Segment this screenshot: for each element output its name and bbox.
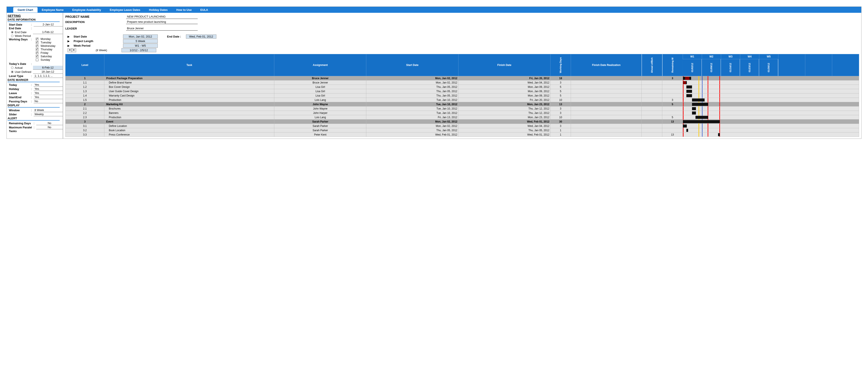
actual-date: 6-Feb-12: [33, 66, 63, 70]
table-row[interactable]: 3EventSarah ParkerMon, Jan 02, 2012Wed, …: [65, 120, 859, 124]
todays-date-label: Today's Date: [8, 62, 31, 65]
triangle-icon: ▶: [67, 35, 70, 38]
marker-label: Holiday: [8, 87, 31, 91]
marker-select[interactable]: Yes: [34, 83, 63, 87]
triangle-icon: ▶: [67, 44, 70, 47]
col-w2: W2: [702, 54, 721, 59]
marker-label: Start/End: [8, 96, 31, 99]
next-button[interactable]: ►: [72, 49, 76, 52]
col-date-2: 01/09/12: [702, 59, 721, 76]
tab-employee-leave-dates[interactable]: Employee Leave Dates: [105, 7, 145, 12]
leader-input[interactable]: Bruce Jenner: [126, 26, 198, 31]
table-row[interactable]: 1.1Define Brand NameBruce JennerMon, Jan…: [65, 81, 859, 85]
day-label: Monday: [40, 37, 51, 40]
day-label: Saturday: [40, 55, 52, 58]
weeks-note: (8 Week): [96, 49, 107, 52]
checkbox-wednesday[interactable]: [36, 45, 38, 47]
tab-employee-availability[interactable]: Employee Availability: [68, 7, 105, 12]
working-days-label: Working Days: [8, 38, 31, 41]
tab-gantt-chart[interactable]: Gantt Chart: [13, 7, 37, 12]
table-row[interactable]: 1.4Warranty Card DesignLisa GirlThu, Jan…: [65, 93, 859, 98]
col-date-1: 01/02/12: [683, 59, 702, 76]
table-row[interactable]: 2.1BrochuresJohn WayneTue, Jan 10, 2012T…: [65, 106, 859, 111]
end-date-radio[interactable]: [11, 31, 13, 33]
description-label: DESCRIPTION: [65, 21, 126, 24]
checkbox-saturday[interactable]: [36, 55, 38, 58]
day-label: Wednesday: [40, 44, 55, 47]
user-defined-radio[interactable]: [11, 71, 13, 73]
app-window: Gantt ChartEmployee NameEmployee Availab…: [6, 6, 862, 139]
col-working-days: Working Days: [550, 54, 571, 76]
section-setting: SETTING: [8, 14, 63, 18]
max-parallel-select[interactable]: No: [36, 125, 63, 129]
table-row[interactable]: 1.5ProductionLois LangTue, Jan 10, 2012F…: [65, 98, 859, 102]
settings-sidebar: SETTING DATE INFORMATION Start Date : 2-…: [7, 13, 63, 138]
max-parallel-label: Maximum Paralel: [8, 126, 34, 129]
prev-button[interactable]: ◄: [67, 49, 72, 52]
checkbox-friday[interactable]: [36, 52, 38, 54]
week-period-radio[interactable]: [11, 35, 13, 37]
col-realization: Finish Date Realization: [571, 54, 642, 76]
remaining-days-select[interactable]: No: [36, 121, 63, 125]
col-finish: Finish Date: [458, 54, 550, 76]
col-assignment: Assignment: [274, 54, 366, 76]
start-date-label: Start Date: [8, 23, 31, 26]
end-date-label: End Date :: [162, 35, 186, 38]
level-type-select[interactable]: 1; 1.1; 1.1.1; ..: [34, 74, 63, 78]
marker-select[interactable]: Yes: [34, 91, 63, 95]
table-row[interactable]: 1.2Box Cover DesignLisa GirlThu, Jan 05,…: [65, 85, 859, 89]
slider-label: Slider: [8, 113, 31, 116]
section-display: DISPLAY: [8, 104, 63, 107]
col-remaining: Remaining W: [662, 54, 683, 76]
marker-label: Today: [8, 83, 31, 87]
checkbox-tuesday[interactable]: [36, 41, 38, 44]
checkbox-sunday[interactable]: [36, 59, 38, 61]
window-label: Window: [8, 109, 31, 112]
week-period-label: Week Period: [73, 44, 123, 47]
col-date-4: 01/23/12: [740, 59, 759, 76]
triangle-icon: ▶: [67, 39, 70, 43]
marker-select[interactable]: No: [34, 99, 63, 103]
week-period-option: Week Period: [15, 34, 31, 37]
end-date-input[interactable]: 1-Feb-12: [33, 30, 63, 34]
tab-holiday-dates[interactable]: Holiday Dates: [145, 7, 172, 12]
table-row[interactable]: 3.3Press ConferencePeter KentWed, Feb 01…: [65, 132, 859, 137]
date-range-value: 1/2/12 - 2/5/12: [122, 48, 156, 52]
section-alert: ALERT: [8, 117, 63, 120]
user-defined-option: User Defined: [15, 70, 33, 73]
marker-select[interactable]: Yes: [34, 95, 63, 99]
main-area: SETTING DATE INFORMATION Start Date : 2-…: [7, 13, 861, 138]
divider: [8, 22, 60, 22]
tab-how-to-use[interactable]: How to Use: [172, 7, 196, 12]
tab-employee-name[interactable]: Employee Name: [37, 7, 68, 12]
col-start: Start Date: [366, 54, 458, 76]
window-select[interactable]: 8 Week: [34, 108, 63, 112]
project-name-input[interactable]: NEW PRODUCT LAUNCHING: [126, 14, 198, 19]
table-row[interactable]: 3.2Book LocationSarah ParkerThu, Jan 05,…: [65, 128, 859, 132]
user-defined-date-input[interactable]: 18-Jan-12: [33, 70, 63, 74]
col-date-5: 01/30/12: [759, 59, 778, 76]
table-row[interactable]: 2Marketing KitJohn WayneTue, Jan 10, 201…: [65, 102, 859, 106]
start-date-input[interactable]: 2-Jan-12: [34, 23, 63, 27]
actual-radio[interactable]: [11, 67, 13, 69]
section-date-marker: DATE MARKER: [8, 78, 63, 82]
checkbox-thursday[interactable]: [36, 48, 38, 51]
slider-select[interactable]: Weekly: [34, 113, 63, 116]
table-row[interactable]: 2.3ProductionLois LangFri, Jan 13, 2012M…: [65, 115, 859, 120]
marker-select[interactable]: Yes: [34, 87, 63, 91]
end-date-option: End Date: [15, 31, 33, 34]
project-length-value: 5 Week: [123, 39, 158, 43]
table-row[interactable]: 1.3User Guide Cover DesignLisa GirlThu, …: [65, 89, 859, 93]
col-w5: W5: [759, 54, 778, 59]
start-date-value: Mon, Jan 02, 2012: [123, 34, 158, 39]
remaining-days-label: Remaining Days: [8, 122, 34, 125]
tab-eula[interactable]: EULA: [196, 7, 212, 12]
end-date-value: Wed, Feb 01, 2012: [186, 34, 216, 39]
col-date-3: 01/16/12: [721, 59, 740, 76]
checkbox-monday[interactable]: [36, 38, 38, 40]
description-input[interactable]: Prepare new product launching: [126, 20, 198, 24]
table-row[interactable]: 1Product Package PreparationBruce Jenner…: [65, 76, 859, 81]
gantt-chart: Level Task Assignment Start Date Finish …: [65, 54, 859, 137]
table-row[interactable]: 2.2BannersJohn HarperTue, Jan 10, 2012Th…: [65, 111, 859, 115]
table-row[interactable]: 3.1Define LocationSarah ParkerMon, Jan 0…: [65, 124, 859, 128]
